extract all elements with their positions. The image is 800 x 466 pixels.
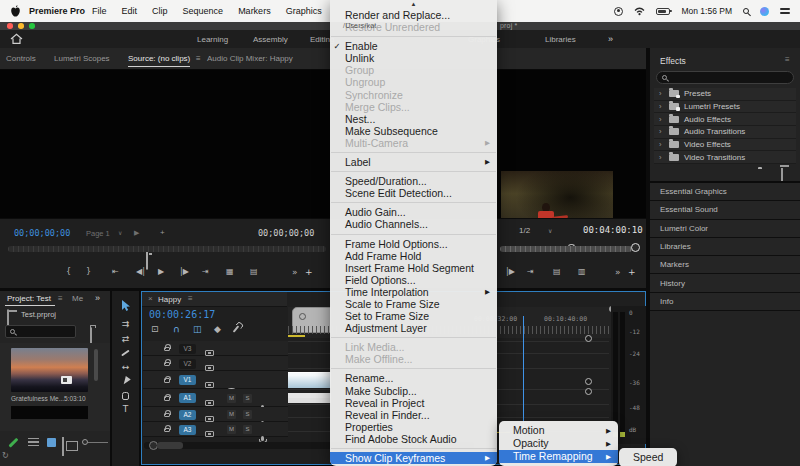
chevron-right-icon[interactable]: › [659, 127, 664, 136]
panel-tab-controls[interactable]: Controls [6, 54, 36, 63]
effects-search-input[interactable] [656, 71, 794, 84]
menu-item-speed-duration[interactable]: Speed/Duration... [330, 175, 497, 187]
menu-item-make-subsequence[interactable]: Make Subsequence [330, 125, 497, 137]
effects-bin-audio-effects[interactable]: ›Audio Effects [654, 113, 796, 126]
menu-item-audio-gain[interactable]: Audio Gain... [330, 206, 497, 218]
panel-tab-essential-graphics[interactable]: Essential Graphics [650, 183, 800, 201]
submenu-item-speed[interactable]: Speed [619, 451, 677, 464]
solo-button[interactable]: S [243, 425, 252, 434]
menubar-item-graphics[interactable]: Graphics [286, 6, 322, 16]
track-target-a2[interactable]: A2 [179, 410, 196, 420]
menu-item-nest[interactable]: Nest... [330, 113, 497, 125]
program-scrubber[interactable] [500, 246, 632, 252]
menu-item-insert-frame-hold-segment[interactable]: Insert Frame Hold Segment [330, 262, 497, 274]
track-select-forward-tool[interactable]: ⇉ [112, 317, 139, 331]
go-to-out-button[interactable]: ⇥ [202, 267, 209, 276]
mark-in-button[interactable]: { [66, 267, 71, 276]
effects-bin-video-effects[interactable]: ›Video Effects [654, 139, 796, 152]
effects-bin-presets[interactable]: ›Presets [654, 88, 796, 101]
menu-item-make-subclip[interactable]: Make Subclip... [330, 385, 497, 397]
project-file-name[interactable]: Test.prproj [21, 310, 56, 319]
automate-to-sequence-icon[interactable] [62, 437, 64, 456]
clip-fx-badge[interactable] [585, 388, 592, 395]
razor-tool[interactable] [112, 346, 139, 360]
track-header-a3[interactable]: A3MS [143, 422, 288, 437]
menu-item-scene-edit-detection[interactable]: Scene Edit Detection... [330, 187, 497, 199]
submenu-item-motion[interactable]: Motion▶ [499, 424, 618, 437]
extract-button[interactable]: ▥ [578, 267, 586, 276]
effects-bin-audio-transitions[interactable]: ›Audio Transitions [654, 126, 796, 139]
play-button[interactable]: ▶ [158, 267, 164, 276]
menu-item-render-and-replace[interactable]: Render and Replace... [330, 9, 497, 21]
battery-icon[interactable] [656, 8, 670, 15]
home-icon[interactable] [10, 33, 23, 45]
effects-bin-video-transitions[interactable]: ›Video Transitions [654, 151, 796, 164]
siri-icon[interactable] [760, 7, 769, 16]
wifi-icon[interactable] [634, 7, 645, 16]
audio-clip-waveform-fragment[interactable] [288, 393, 331, 403]
track-target-v3[interactable]: V3 [179, 344, 196, 354]
menu-item-unlink[interactable]: Unlink [330, 52, 497, 64]
menu-item-field-options[interactable]: Field Options... [330, 274, 497, 286]
project-scrollbar[interactable] [94, 349, 98, 381]
effects-panel-menu-icon[interactable]: ≡ [785, 55, 790, 64]
page-selector-caret-icon[interactable]: ∨ [118, 229, 122, 236]
program-playhead-handle[interactable] [631, 243, 640, 252]
menu-item-scale-to-frame-size[interactable]: Scale to Frame Size [330, 298, 497, 310]
menu-item-reveal-in-project[interactable]: Reveal in Project [330, 397, 497, 409]
zoom-slider-track[interactable] [88, 442, 108, 443]
menu-item-show-clip-keyframes[interactable]: Show Clip Keyframes▶ [330, 452, 497, 464]
program-transport-overflow[interactable]: » [615, 267, 621, 277]
track-header-a2[interactable]: A2MS [143, 407, 288, 422]
source-settings-icon[interactable] [146, 251, 148, 270]
project-panel-tab[interactable]: Project: Test [7, 294, 51, 303]
chevron-right-icon[interactable]: › [659, 115, 664, 124]
type-tool[interactable]: T [112, 402, 139, 416]
clip-fx-badge[interactable] [585, 378, 592, 385]
lock-icon[interactable] [164, 362, 170, 367]
writable-pen-icon[interactable] [8, 438, 18, 448]
minimize-window-button[interactable] [18, 23, 24, 29]
project-search-input[interactable] [5, 325, 76, 338]
nest-toggle-icon[interactable]: ⊡ [151, 324, 159, 334]
menu-item-enable[interactable]: Enable✓ [330, 40, 497, 52]
menubar-item-clip[interactable]: Clip [152, 6, 168, 16]
panel-tab-info[interactable]: Info [650, 293, 800, 311]
source-transport-overflow[interactable]: » [292, 267, 298, 277]
track-header-v3[interactable]: V3 [143, 341, 288, 356]
menubar-item-sequence[interactable]: Sequence [183, 6, 224, 16]
clip-name[interactable]: Gratefulness Me... [11, 395, 64, 402]
workspace-tab-learning[interactable]: Learning [197, 35, 228, 44]
panel-tab-lumetri-color[interactable]: Lumetri Color [650, 220, 800, 238]
mute-button[interactable]: M [227, 394, 236, 403]
panel-menu-icon[interactable]: ≡ [196, 54, 201, 63]
project-panel-menu-icon[interactable]: ≡ [58, 294, 63, 303]
overwrite-button[interactable]: ▤ [250, 267, 258, 276]
refresh-icon[interactable]: ↻ [2, 451, 9, 460]
mute-button[interactable]: M [227, 425, 236, 434]
menubar-item-edit[interactable]: Edit [122, 6, 138, 16]
go-to-in-button[interactable]: ⇤ [112, 267, 119, 276]
pen-tool[interactable] [112, 374, 139, 388]
menu-item-find-adobe-stock-audio[interactable]: Find Adobe Stock Audio [330, 433, 497, 445]
project-tabs-overflow[interactable]: » [95, 293, 100, 303]
menu-scroll-up-icon[interactable]: ▲ [330, 0, 497, 9]
menu-item-reveal-in-finder[interactable]: Reveal in Finder... [330, 409, 497, 421]
solo-button[interactable]: S [243, 410, 252, 419]
track-target-v1[interactable]: V1 [179, 375, 196, 385]
lock-icon[interactable] [164, 378, 170, 383]
insert-button[interactable]: ▦ [226, 267, 234, 276]
resolution-caret-icon[interactable]: ∨ [548, 227, 552, 234]
source-button-editor-add[interactable]: + [305, 267, 313, 277]
app-menu-title[interactable]: Premiere Pro [29, 6, 85, 16]
track-header-v2[interactable]: V2 [143, 356, 288, 371]
clip-filmstrip[interactable] [11, 406, 88, 419]
sequence-tab[interactable]: Happy [158, 295, 181, 304]
list-view-icon[interactable] [28, 438, 39, 447]
ripple-edit-tool[interactable]: ⇄ [112, 332, 139, 346]
hand-tool[interactable] [112, 389, 139, 403]
menu-item-adjustment-layer[interactable]: Adjustment Layer [330, 322, 497, 334]
program-resolution-selector[interactable]: 1/2 [519, 226, 530, 235]
timeline-timecode[interactable]: 00:00:26:17 [149, 309, 215, 320]
timeline-playhead[interactable] [523, 316, 524, 438]
